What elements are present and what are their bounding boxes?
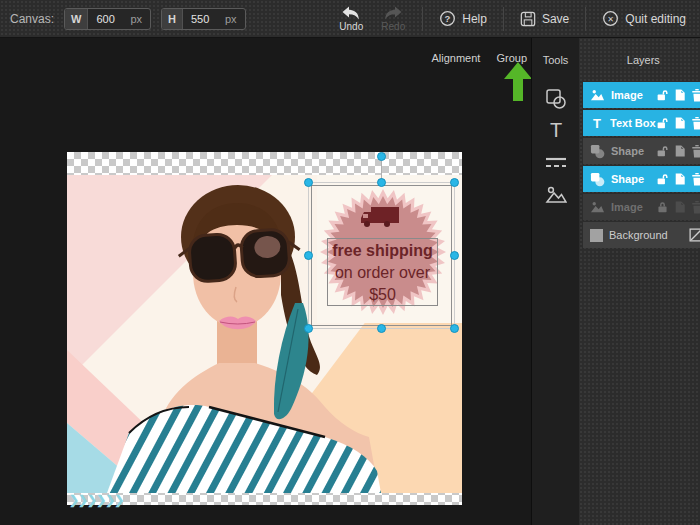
delete-icon[interactable] [691,144,700,158]
resize-handle-top-right[interactable] [450,178,459,187]
layer-list: Image T Text Box [579,82,700,248]
resize-handle-top-center[interactable] [377,178,386,187]
duplicate-icon[interactable] [674,116,686,130]
text-layer-icon: T [590,116,604,130]
rotation-handle[interactable] [377,152,386,161]
background-swatch [590,229,603,242]
help-label: Help [462,12,487,26]
quit-editing-label: Quit editing [625,12,686,26]
quit-icon: ✕ [602,10,619,27]
delete-icon[interactable] [691,88,700,102]
layer-row-text-box[interactable]: T Text Box [583,110,700,136]
shape-layer-icon [590,144,605,159]
text-tool-button[interactable]: T [541,116,571,146]
resize-handle-bottom-center[interactable] [377,324,386,333]
layer-label: Shape [611,173,656,185]
text-tool-icon: T [545,119,567,143]
delete-icon[interactable] [691,116,700,130]
resize-handle-bottom-left[interactable] [304,324,313,333]
layer-row-shape-unselected[interactable]: Shape [583,138,700,164]
lines-tool-icon [545,156,567,170]
duplicate-icon[interactable] [674,172,686,186]
redo-button[interactable]: Redo [376,6,410,32]
layers-panel-title: Layers [579,38,700,82]
duplicate-icon[interactable] [674,200,686,214]
lines-tool-button[interactable] [541,148,571,178]
lock-open-icon[interactable] [656,88,669,102]
layer-row-shape-selected[interactable]: Shape [583,166,700,192]
duplicate-icon[interactable] [674,88,686,102]
editor-body: Alignment Group [0,38,700,525]
layer-row-image-locked[interactable]: Image [583,194,700,220]
delete-icon[interactable] [691,172,700,186]
layer-label: Shape [611,145,656,157]
help-button[interactable]: ? Help [435,10,491,27]
lock-open-icon[interactable] [656,116,669,130]
tools-sidebar: Tools T [531,38,579,525]
layers-panel: Layers Image T [579,38,700,525]
image-editor-window: Canvas: W px H px Undo Redo [0,0,700,525]
save-icon [520,11,536,27]
toolbar-separator [503,7,504,31]
layer-label: Text Box [610,117,656,129]
lock-open-icon[interactable] [656,144,669,158]
redo-icon [383,6,403,20]
tab-alignment[interactable]: Alignment [432,52,481,64]
quit-editing-button[interactable]: ✕ Quit editing [598,10,690,27]
svg-text:T: T [593,116,601,130]
chevron-decoration: ❯❯❯❯❯❯ [69,493,123,507]
resize-handle-top-left[interactable] [304,178,313,187]
redo-label: Redo [381,21,405,32]
canvas-size-label: Canvas: [10,12,54,26]
svg-text:?: ? [445,13,451,24]
help-icon: ? [439,10,456,27]
top-toolbar: Canvas: W px H px Undo Redo [0,0,700,38]
layer-label: Background [609,229,689,241]
resize-handle-middle-left[interactable] [304,251,313,260]
transparent-background-icon[interactable] [689,228,700,242]
save-label: Save [542,12,569,26]
selection-bounding-box[interactable] [308,182,455,329]
resize-handle-middle-right[interactable] [450,251,459,260]
canvas-height-box: H px [161,8,246,30]
shape-layer-icon [590,172,605,187]
clipart-tool-button[interactable] [541,84,571,114]
photo-tool-icon [545,185,567,205]
layer-row-background[interactable]: Background [583,222,700,248]
height-unit-label: px [223,13,245,25]
layer-label: Image [611,201,656,213]
save-button[interactable]: Save [516,11,573,27]
lock-closed-icon[interactable] [656,200,669,214]
image-layer-icon [590,88,605,102]
toolbar-separator [422,7,423,31]
toolbar-separator [585,7,586,31]
resize-handle-bottom-right[interactable] [450,324,459,333]
layer-label: Image [611,89,656,101]
canvas-work-area: Alignment Group [0,38,531,525]
undo-button[interactable]: Undo [334,6,368,32]
canvas-width-input[interactable] [88,13,128,25]
width-unit-label: px [128,13,150,25]
green-up-arrow-annotation [503,62,533,102]
photo-tool-button[interactable] [541,180,571,210]
duplicate-icon[interactable] [674,144,686,158]
height-chip: H [162,9,183,29]
lock-open-icon[interactable] [656,172,669,186]
undo-label: Undo [339,21,363,32]
delete-icon[interactable] [691,200,700,214]
undo-icon [341,6,361,20]
tools-panel-title: Tools [543,38,569,82]
width-chip: W [65,9,88,29]
canvas-width-box: W px [64,8,151,30]
svg-text:✕: ✕ [607,15,614,24]
canvas-height-input[interactable] [183,13,223,25]
image-layer-icon [590,200,605,214]
svg-text:T: T [549,119,561,141]
arrow-shape [504,62,532,101]
layer-row-image-top[interactable]: Image [583,82,700,108]
clipart-tool-icon [545,88,567,110]
